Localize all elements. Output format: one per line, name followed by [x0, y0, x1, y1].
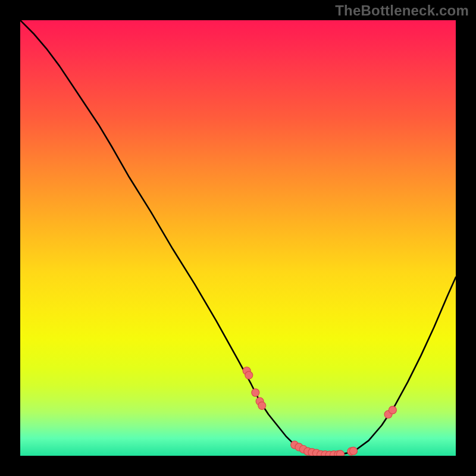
chart-plot-area: [20, 20, 456, 456]
watermark-text: TheBottleneck.com: [335, 2, 469, 19]
data-marker: [389, 406, 396, 414]
data-marker: [252, 389, 259, 396]
data-marker: [258, 402, 266, 409]
curve-svg: [20, 20, 456, 456]
data-marker: [245, 371, 253, 379]
data-marker: [349, 447, 357, 455]
data-marker: [337, 450, 345, 456]
bottleneck-curve: [20, 20, 456, 455]
